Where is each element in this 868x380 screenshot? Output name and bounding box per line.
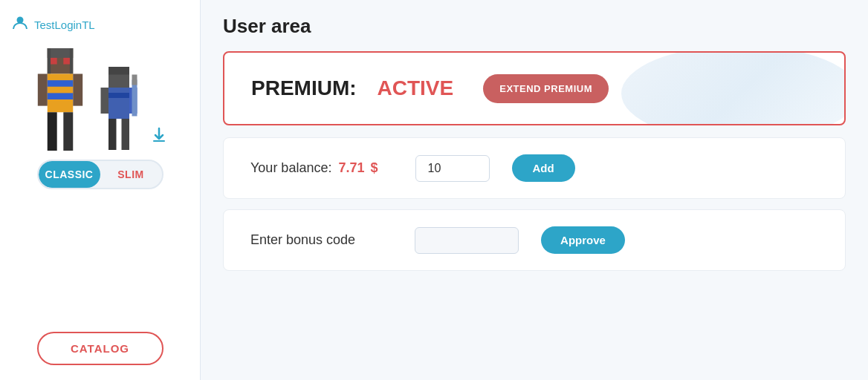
page-title: User area <box>223 15 846 38</box>
slim-toggle-button[interactable]: SLIM <box>100 161 162 188</box>
balance-card: Your balance: 7.71 $ Add <box>223 137 846 199</box>
username-label: TestLoginTL <box>34 19 95 31</box>
svg-rect-16 <box>108 88 129 119</box>
approve-bonus-button[interactable]: Approve <box>541 226 625 254</box>
skin-preview <box>34 48 166 151</box>
extend-premium-button[interactable]: EXTEND PREMIUM <box>483 74 609 103</box>
svg-rect-18 <box>100 88 108 114</box>
balance-amount: 7.71 <box>338 160 364 175</box>
add-balance-button[interactable]: Add <box>512 154 575 182</box>
svg-rect-11 <box>73 74 82 106</box>
svg-rect-4 <box>69 48 72 74</box>
catalog-button[interactable]: CATALOG <box>37 332 163 365</box>
svg-rect-9 <box>47 93 73 99</box>
premium-label: PREMIUM: <box>251 76 357 100</box>
svg-rect-10 <box>37 74 47 106</box>
skin-type-toggle[interactable]: CLASSIC SLIM <box>37 160 163 189</box>
svg-rect-6 <box>63 58 70 65</box>
user-icon <box>12 15 28 35</box>
bonus-code-input[interactable] <box>415 227 519 254</box>
main-content: User area PREMIUM: ACTIVE EXTEND PREMIUM… <box>201 0 868 380</box>
svg-rect-3 <box>47 48 50 74</box>
svg-rect-15 <box>108 67 129 75</box>
svg-rect-12 <box>47 112 56 151</box>
svg-rect-13 <box>63 112 73 151</box>
skin-back <box>98 66 140 151</box>
skin-front <box>34 48 86 151</box>
svg-rect-22 <box>108 119 117 150</box>
balance-currency: $ <box>371 160 378 175</box>
bonus-code-card: Enter bonus code Approve <box>223 209 846 271</box>
premium-bg-decoration <box>621 51 846 125</box>
svg-rect-8 <box>47 80 73 87</box>
svg-rect-20 <box>132 80 137 117</box>
svg-rect-24 <box>153 140 165 142</box>
classic-toggle-button[interactable]: CLASSIC <box>39 161 100 188</box>
svg-rect-2 <box>47 48 73 58</box>
svg-rect-23 <box>121 119 129 150</box>
balance-input[interactable] <box>415 155 490 182</box>
download-skin-icon[interactable] <box>152 127 166 148</box>
premium-card: PREMIUM: ACTIVE EXTEND PREMIUM <box>223 51 846 125</box>
svg-rect-5 <box>51 58 57 65</box>
bonus-code-label: Enter bonus code <box>250 232 355 248</box>
svg-rect-21 <box>132 75 137 85</box>
user-info: TestLoginTL <box>12 15 95 35</box>
premium-status: ACTIVE <box>378 76 454 100</box>
svg-rect-17 <box>108 93 129 98</box>
sidebar: TestLoginTL <box>0 0 201 380</box>
balance-label: Your balance: 7.71 $ <box>250 160 378 176</box>
